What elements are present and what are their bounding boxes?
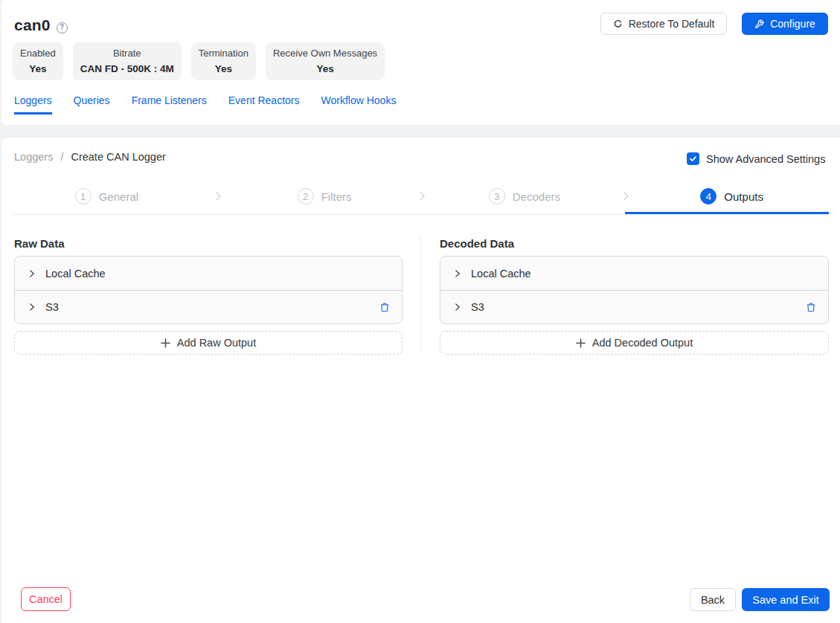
chip-receive-own-messages-value: Yes (273, 61, 377, 77)
delete-icon[interactable] (379, 302, 390, 313)
step-general-label: General (99, 190, 138, 203)
delete-icon[interactable] (806, 302, 816, 313)
step-general[interactable]: 1 General (14, 188, 232, 204)
step-decoders[interactable]: 3 Decoders (432, 188, 640, 204)
add-raw-output-button[interactable]: Add Raw Output (14, 331, 403, 355)
add-raw-output-label: Add Raw Output (177, 337, 256, 349)
back-button[interactable]: Back (690, 588, 736, 611)
restore-label: Restore To Default (629, 18, 715, 30)
step-outputs-number: 4 (700, 188, 716, 204)
tab-workflow-hooks[interactable]: Workflow Hooks (321, 94, 397, 114)
raw-output-local-cache-label: Local Cache (45, 268, 390, 280)
expand-chevron-icon[interactable] (453, 269, 462, 278)
decoded-data-title: Decoded Data (440, 237, 514, 250)
raw-outputs-box: Local Cache S3 (14, 256, 403, 324)
step-filters-number: 2 (298, 188, 314, 204)
chip-enabled: Enabled Yes (13, 42, 63, 80)
configure-label: Configure (770, 18, 815, 30)
nav-tabs: Loggers Queries Frame Listeners Event Re… (14, 94, 396, 114)
step-outputs[interactable]: 4 Outputs (639, 188, 829, 204)
decoded-outputs-box: Local Cache S3 (440, 256, 829, 324)
expand-chevron-icon[interactable] (453, 303, 462, 312)
chip-enabled-label: Enabled (20, 46, 56, 61)
decoded-output-s3-label: S3 (471, 301, 797, 313)
step-chevron-2-icon (416, 190, 428, 202)
chip-receive-own-messages-label: Receive Own Messages (273, 46, 377, 61)
cancel-button[interactable]: Cancel (21, 587, 71, 611)
check-icon (689, 155, 697, 163)
advanced-settings-label: Show Advanced Settings (706, 153, 825, 165)
expand-chevron-icon[interactable] (28, 303, 36, 312)
stepper-active-underline (625, 212, 829, 214)
raw-output-s3-row[interactable]: S3 (15, 290, 402, 323)
tab-queries[interactable]: Queries (74, 94, 110, 114)
breadcrumb-separator: / (60, 151, 63, 163)
step-chevron-3-icon (620, 190, 632, 202)
step-general-number: 1 (75, 188, 92, 204)
raw-output-s3-label: S3 (45, 301, 371, 313)
restore-to-default-button[interactable]: Restore To Default (600, 13, 727, 35)
breadcrumb-loggers[interactable]: Loggers (14, 151, 53, 163)
wrench-icon (754, 19, 764, 29)
step-decoders-number: 3 (489, 188, 505, 204)
breadcrumb-current: Create CAN Logger (71, 151, 165, 163)
stepper-divider (14, 214, 829, 215)
column-divider (420, 238, 421, 351)
chip-bitrate: Bitrate CAN FD - 500K : 4M (73, 42, 182, 80)
step-chevron-1-icon (212, 190, 224, 202)
add-decoded-output-label: Add Decoded Output (592, 337, 693, 349)
chip-bitrate-label: Bitrate (80, 46, 174, 61)
tab-event-reactors[interactable]: Event Reactors (228, 94, 300, 114)
tab-loggers[interactable]: Loggers (14, 94, 52, 114)
raw-output-local-cache-row[interactable]: Local Cache (15, 256, 402, 290)
header-card: can0 ? Restore To Default Configure Enab… (1, 0, 840, 125)
chip-termination: Termination Yes (191, 42, 256, 80)
chip-bitrate-value: CAN FD - 500K : 4M (80, 61, 174, 77)
chip-termination-value: Yes (199, 61, 249, 77)
page-title: can0 (14, 16, 51, 34)
chip-enabled-value: Yes (20, 61, 56, 77)
advanced-settings-checkbox[interactable] (687, 152, 699, 165)
decoded-output-s3-row[interactable]: S3 (440, 290, 828, 323)
chip-termination-label: Termination (199, 46, 249, 61)
restore-icon (613, 19, 623, 29)
breadcrumb: Loggers / Create CAN Logger (14, 151, 166, 163)
content-card: Loggers / Create CAN Logger Show Advance… (1, 138, 840, 623)
show-advanced-settings[interactable]: Show Advanced Settings (687, 152, 825, 165)
decoded-output-local-cache-label: Local Cache (471, 268, 816, 280)
decoded-output-local-cache-row[interactable]: Local Cache (440, 256, 828, 290)
plus-icon (161, 338, 170, 348)
chip-receive-own-messages: Receive Own Messages Yes (266, 42, 385, 80)
plus-icon (576, 338, 586, 348)
step-filters-label: Filters (321, 190, 352, 203)
status-chips: Enabled Yes Bitrate CAN FD - 500K : 4M T… (13, 42, 385, 80)
step-decoders-label: Decoders (513, 190, 560, 203)
expand-chevron-icon[interactable] (28, 269, 36, 278)
step-outputs-label: Outputs (724, 190, 763, 203)
help-icon[interactable]: ? (57, 22, 68, 33)
raw-data-title: Raw Data (14, 237, 65, 250)
save-and-exit-button[interactable]: Save and Exit (742, 588, 830, 611)
step-filters[interactable]: 2 Filters (232, 188, 432, 204)
tab-frame-listeners[interactable]: Frame Listeners (132, 94, 207, 114)
configure-button[interactable]: Configure (742, 13, 828, 35)
add-decoded-output-button[interactable]: Add Decoded Output (440, 331, 829, 355)
